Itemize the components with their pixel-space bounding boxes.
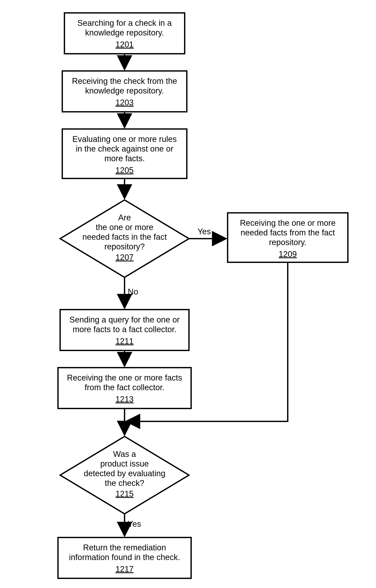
step-text: from the fact collector.	[85, 383, 165, 392]
step-receive-facts-collector: Receiving the one or more facts from the…	[58, 368, 191, 408]
step-text: needed facts from the fact	[240, 228, 335, 237]
step-ref: 1201	[115, 40, 134, 49]
step-text: Receiving the one or more	[240, 218, 336, 228]
step-text: repository.	[269, 238, 307, 247]
step-text: Return the remediation	[83, 543, 166, 552]
step-text: Sending a query for the one or	[69, 315, 180, 324]
step-search-check: Searching for a check in a knowledge rep…	[64, 13, 185, 54]
step-receive-facts-repo: Receiving the one or more needed facts f…	[228, 213, 348, 262]
decision-text: repository?	[104, 242, 145, 251]
edge-label-no: No	[128, 287, 138, 296]
step-evaluate-rules: Evaluating one or more rules in the chec…	[62, 129, 187, 178]
decision-text: the check?	[105, 479, 144, 488]
step-receive-check: Receiving the check from the knowledge r…	[62, 71, 187, 112]
decision-ref: 1215	[115, 489, 134, 498]
step-ref: 1209	[279, 250, 297, 259]
step-text: information found in the check.	[69, 553, 180, 562]
decision-text: Was a	[113, 449, 136, 458]
edge-label-yes: Yes	[198, 227, 211, 236]
step-return-remediation: Return the remediation information found…	[58, 537, 191, 578]
step-text: Receiving the check from the	[72, 76, 177, 86]
step-text: more facts to a fact collector.	[73, 325, 177, 334]
decision-text: needed facts in the fact	[83, 232, 167, 241]
step-text: Evaluating one or more rules	[72, 135, 177, 144]
step-ref: 1203	[115, 98, 134, 107]
step-text: Searching for a check in a	[77, 19, 172, 28]
decision-issue-detected: Was a product issue detected by evaluati…	[60, 436, 189, 514]
decision-text: the one or more	[96, 223, 153, 232]
decision-facts-in-repo: Are the one or more needed facts in the …	[60, 200, 189, 277]
step-text: knowledge repository.	[85, 28, 164, 37]
decision-text: detected by evaluating	[84, 469, 165, 478]
decision-text: Are	[118, 213, 131, 222]
decision-ref: 1207	[115, 253, 134, 262]
step-text: knowledge repository.	[85, 86, 164, 95]
step-text: Receiving the one or more facts	[67, 373, 182, 382]
step-ref: 1205	[115, 166, 134, 175]
step-text: in the check against one or	[76, 144, 174, 153]
step-text: more facts.	[104, 154, 145, 163]
edge-label-yes: Yes	[128, 519, 141, 528]
step-send-query: Sending a query for the one or more fact…	[60, 310, 189, 350]
decision-text: product issue	[100, 459, 149, 468]
step-ref: 1211	[115, 337, 134, 346]
step-ref: 1213	[115, 395, 134, 404]
step-ref: 1217	[115, 565, 134, 574]
